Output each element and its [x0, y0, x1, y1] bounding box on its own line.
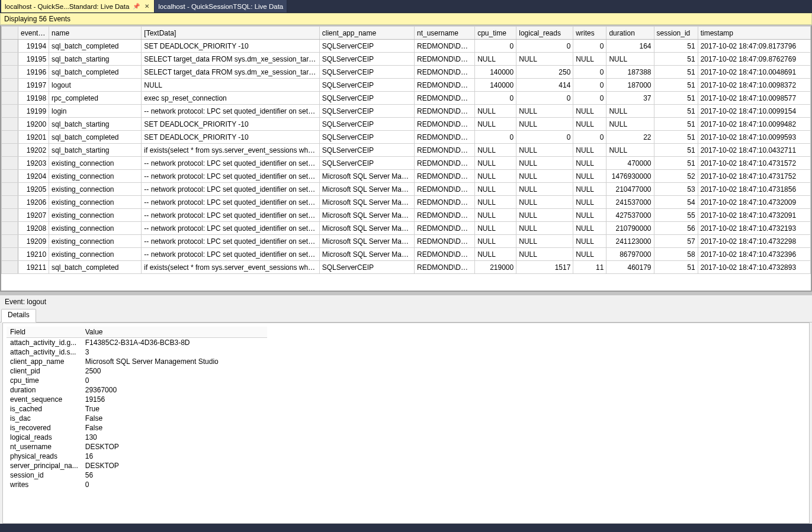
- cell-logical[interactable]: NULL: [516, 157, 573, 170]
- details-row[interactable]: server_principal_na...DESKTOP: [7, 461, 267, 470]
- cell-name[interactable]: existing_connection: [49, 196, 142, 209]
- cell-cpu[interactable]: 140000: [475, 66, 516, 79]
- cell-cpu[interactable]: 0: [475, 92, 516, 105]
- cell-nt[interactable]: REDMOND\DES...: [414, 92, 474, 105]
- cell-cpu[interactable]: 0: [475, 131, 516, 144]
- cell-duration[interactable]: 187388: [606, 66, 654, 79]
- cell-ts[interactable]: 2017-10-02 18:47:10.4732396: [698, 248, 810, 261]
- col-client-app[interactable]: client_app_name: [319, 27, 414, 40]
- cell-nt[interactable]: REDMOND\DES...: [414, 40, 474, 53]
- cell-app[interactable]: Microsoft SQL Server Manage...: [319, 235, 414, 248]
- cell-ts[interactable]: 2017-10-02 18:47:10.0048691: [698, 66, 810, 79]
- cell-duration[interactable]: 241537000: [606, 196, 654, 209]
- cell-ts[interactable]: 2017-10-02 18:47:10.0098577: [698, 92, 810, 105]
- cell-writes[interactable]: NULL: [573, 144, 606, 157]
- cell-duration[interactable]: NULL: [606, 144, 654, 157]
- cell-logical[interactable]: 0: [516, 40, 573, 53]
- table-row[interactable]: 19199login-- network protocol: LPC set q…: [2, 105, 811, 118]
- col-writes[interactable]: writes: [573, 27, 606, 40]
- cell-event[interactable]: 19197: [18, 79, 49, 92]
- cell-logical[interactable]: 0: [516, 131, 573, 144]
- cell-event[interactable]: 19211: [18, 261, 49, 274]
- cell-writes[interactable]: 0: [573, 131, 606, 144]
- cell-cpu[interactable]: NULL: [475, 118, 516, 131]
- cell-duration[interactable]: NULL: [606, 105, 654, 118]
- cell-writes[interactable]: NULL: [573, 183, 606, 196]
- details-row[interactable]: is_recoveredFalse: [7, 423, 267, 433]
- row-header[interactable]: [2, 66, 18, 79]
- cell-session[interactable]: 51: [654, 66, 698, 79]
- row-header[interactable]: [2, 144, 18, 157]
- cell-name[interactable]: existing_connection: [49, 235, 142, 248]
- cell-app[interactable]: Microsoft SQL Server Manage...: [319, 222, 414, 235]
- cell-text[interactable]: -- network protocol: LPC set quoted_iden…: [142, 183, 319, 196]
- details-row[interactable]: event_sequence19156: [7, 395, 267, 404]
- cell-event[interactable]: 19195: [18, 53, 49, 66]
- cell-logical[interactable]: NULL: [516, 170, 573, 183]
- cell-app[interactable]: SQLServerCEIP: [319, 92, 414, 105]
- table-row[interactable]: 19204existing_connection-- network proto…: [2, 170, 811, 183]
- details-tab[interactable]: Details: [1, 309, 36, 323]
- cell-nt[interactable]: REDMOND\DES...: [414, 248, 474, 261]
- cell-session[interactable]: 51: [654, 261, 698, 274]
- cell-ts[interactable]: 2017-10-02 18:47:09.8762769: [698, 53, 810, 66]
- table-row[interactable]: 19195sql_batch_startingSELECT target_dat…: [2, 53, 811, 66]
- row-header[interactable]: [2, 92, 18, 105]
- details-row[interactable]: client_pid2500: [7, 366, 267, 376]
- cell-cpu[interactable]: NULL: [475, 248, 516, 261]
- row-header[interactable]: [2, 209, 18, 222]
- details-row[interactable]: logical_reads130: [7, 433, 267, 442]
- row-header[interactable]: [2, 53, 18, 66]
- cell-nt[interactable]: REDMOND\DES...: [414, 53, 474, 66]
- cell-cpu[interactable]: NULL: [475, 183, 516, 196]
- row-header[interactable]: [2, 105, 18, 118]
- cell-ts[interactable]: 2017-10-02 18:47:10.4731856: [698, 183, 810, 196]
- cell-nt[interactable]: REDMOND\DES...: [414, 157, 474, 170]
- cell-ts[interactable]: 2017-10-02 18:47:10.4732009: [698, 196, 810, 209]
- cell-name[interactable]: sql_batch_completed: [49, 131, 142, 144]
- events-grid-wrap[interactable]: event_... name [TextData] client_app_nam…: [0, 25, 812, 292]
- details-row[interactable]: attach_activity_id.g...F14385C2-B31A-4D3…: [7, 338, 267, 348]
- cell-event[interactable]: 19198: [18, 92, 49, 105]
- cell-event[interactable]: 19208: [18, 222, 49, 235]
- cell-app[interactable]: SQLServerCEIP: [319, 261, 414, 274]
- cell-session[interactable]: 55: [654, 209, 698, 222]
- cell-cpu[interactable]: NULL: [475, 170, 516, 183]
- tab-quick-standard[interactable]: localhost - QuickSe...Standard: Live Dat…: [1, 0, 155, 12]
- cell-app[interactable]: Microsoft SQL Server Manage...: [319, 183, 414, 196]
- table-row[interactable]: 19208existing_connection-- network proto…: [2, 222, 811, 235]
- details-row[interactable]: physical_reads16: [7, 452, 267, 461]
- cell-name[interactable]: existing_connection: [49, 183, 142, 196]
- cell-app[interactable]: SQLServerCEIP: [319, 131, 414, 144]
- details-header-value[interactable]: Value: [82, 327, 267, 338]
- table-row[interactable]: 19194sql_batch_completedSET DEADLOCK_PRI…: [2, 40, 811, 53]
- cell-nt[interactable]: REDMOND\DES...: [414, 196, 474, 209]
- cell-writes[interactable]: 11: [573, 261, 606, 274]
- cell-event[interactable]: 19196: [18, 66, 49, 79]
- cell-event[interactable]: 19207: [18, 209, 49, 222]
- cell-app[interactable]: SQLServerCEIP: [319, 144, 414, 157]
- cell-name[interactable]: sql_batch_starting: [49, 144, 142, 157]
- cell-text[interactable]: SET DEADLOCK_PRIORITY -10: [142, 40, 319, 53]
- details-row[interactable]: cpu_time0: [7, 376, 267, 385]
- row-header[interactable]: [2, 261, 18, 274]
- cell-text[interactable]: -- network protocol: LPC set quoted_iden…: [142, 235, 319, 248]
- cell-writes[interactable]: NULL: [573, 105, 606, 118]
- cell-session[interactable]: 51: [654, 53, 698, 66]
- cell-logical[interactable]: NULL: [516, 105, 573, 118]
- cell-event[interactable]: 19202: [18, 144, 49, 157]
- cell-logical[interactable]: 250: [516, 66, 573, 79]
- cell-text[interactable]: -- network protocol: LPC set quoted_iden…: [142, 196, 319, 209]
- cell-logical[interactable]: NULL: [516, 183, 573, 196]
- cell-event[interactable]: 19205: [18, 183, 49, 196]
- cell-session[interactable]: 57: [654, 235, 698, 248]
- cell-writes[interactable]: NULL: [573, 118, 606, 131]
- cell-nt[interactable]: REDMOND\DES...: [414, 170, 474, 183]
- cell-event[interactable]: 19204: [18, 170, 49, 183]
- cell-text[interactable]: SET DEADLOCK_PRIORITY -10: [142, 118, 319, 131]
- cell-session[interactable]: 51: [654, 144, 698, 157]
- cell-text[interactable]: if exists(select * from sys.server_event…: [142, 144, 319, 157]
- cell-app[interactable]: SQLServerCEIP: [319, 66, 414, 79]
- row-header[interactable]: [2, 157, 18, 170]
- cell-app[interactable]: SQLServerCEIP: [319, 118, 414, 131]
